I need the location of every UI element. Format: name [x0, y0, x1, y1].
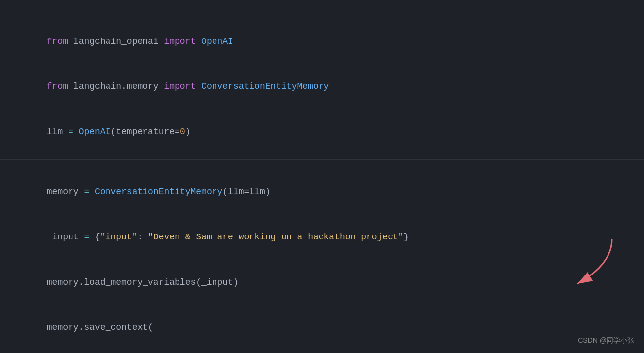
- code-line: memory = ConversationEntityMemory(llm=ll…: [15, 169, 629, 214]
- memory-setup-section: memory = ConversationEntityMemory(llm=ll…: [15, 160, 629, 353]
- imports-section: from langchain_openai import OpenAI from…: [15, 10, 629, 159]
- keyword-import: import: [164, 37, 196, 46]
- code-line: _input = {"input": "Deven & Sam are work…: [15, 214, 629, 260]
- code-line: memory.save_context(: [15, 305, 629, 351]
- watermark: CSDN @同学小张: [578, 335, 634, 346]
- code-container: from langchain_openai import OpenAI from…: [0, 0, 644, 353]
- code-line: from langchain.memory import Conversatio…: [15, 64, 629, 110]
- code-line: memory.load_memory_variables(_input): [15, 260, 629, 305]
- arrow-icon: [548, 235, 617, 294]
- code-line: _input,: [15, 350, 629, 353]
- keyword-from: from: [47, 37, 68, 46]
- code-line: llm = OpenAI(temperature=0): [15, 110, 629, 155]
- code-line: from langchain_openai import OpenAI: [15, 19, 629, 64]
